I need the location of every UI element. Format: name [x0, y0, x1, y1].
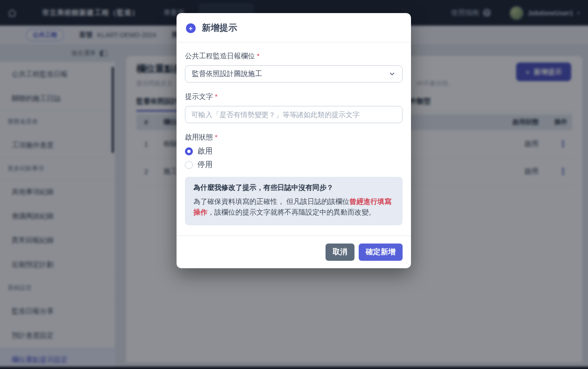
radio-selected-icon: [185, 147, 193, 155]
modal-header: + 新增提示: [177, 13, 411, 42]
plus-circle-icon: +: [186, 23, 196, 33]
radio-unselected-icon: [185, 161, 193, 169]
status-label: 啟用狀態*: [185, 133, 403, 142]
field-select-label-text: 公共工程監造日報欄位: [185, 52, 255, 60]
radio-enabled-label: 啟用: [198, 146, 213, 156]
report-field-select-value: 監督依照設計圖說施工: [192, 70, 262, 78]
hint-text-input[interactable]: [185, 106, 403, 123]
modal-footer: 取消 確定新增: [177, 236, 411, 268]
required-mark: *: [215, 133, 218, 141]
report-field-select[interactable]: 監督依照設計圖說施工: [185, 65, 403, 83]
hint-text-label: 提示文字*: [185, 92, 403, 101]
cancel-button[interactable]: 取消: [326, 244, 354, 261]
info-body-text: ，該欄位的提示文字就將不再隨設定中的異動而改變。: [207, 208, 375, 216]
radio-disabled-label: 停用: [198, 160, 213, 170]
modal-title: 新增提示: [202, 22, 237, 34]
hint-text-label-text: 提示文字: [185, 92, 213, 100]
info-body-text: 為了確保資料填寫的正確性， 但凡該日誌的該欄位: [193, 197, 349, 205]
required-mark: *: [257, 52, 260, 60]
field-select-label: 公共工程監造日報欄位*: [185, 52, 403, 61]
sync-info-box: 為什麼我修改了提示，有些日誌中沒有同步？ 為了確保資料填寫的正確性， 但凡該日誌…: [185, 177, 403, 225]
chevron-down-icon: [389, 70, 396, 77]
modal-body: 公共工程監造日報欄位* 監督依照設計圖說施工 提示文字* 啟用狀態* 啟用 停用: [177, 42, 411, 229]
info-box-body: 為了確保資料填寫的正確性， 但凡該日誌的該欄位曾經進行填寫操作，該欄位的提示文字…: [193, 196, 394, 218]
status-label-text: 啟用狀態: [185, 133, 213, 141]
add-hint-modal: + 新增提示 公共工程監造日報欄位* 監督依照設計圖說施工 提示文字* 啟用狀態…: [177, 13, 411, 268]
confirm-add-button[interactable]: 確定新增: [359, 244, 403, 261]
app-page: 市立美術館新建工程（監造） 專案資 使用指南 ? JobdoneUser1 ▾ …: [0, 0, 588, 369]
radio-disabled[interactable]: 停用: [185, 160, 403, 170]
required-mark: *: [215, 92, 218, 100]
info-box-title: 為什麼我修改了提示，有些日誌中沒有同步？: [193, 183, 394, 192]
radio-enabled[interactable]: 啟用: [185, 146, 403, 156]
